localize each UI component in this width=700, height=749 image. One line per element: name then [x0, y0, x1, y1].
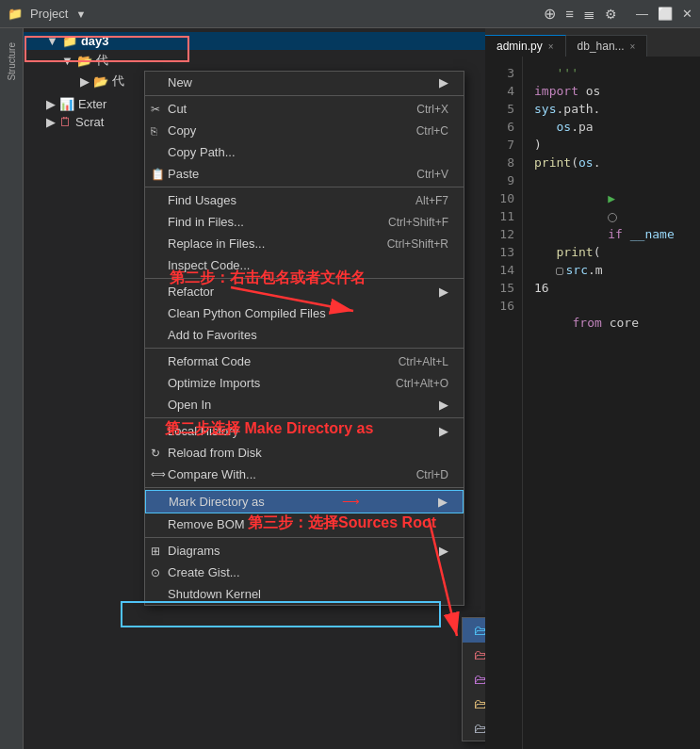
menu-item-favorites[interactable]: Add to Favorites: [145, 324, 464, 346]
cut-shortcut: Ctrl+X: [416, 103, 448, 116]
sources-root-icon: 🗁: [474, 623, 485, 638]
tab-db-han[interactable]: db_han... ×: [566, 35, 648, 57]
submenu-item-resource-root[interactable]: 🗁 Resource Root: [463, 667, 485, 692]
tab-admin-py-label: admin.py: [497, 40, 543, 53]
menu-item-refactor[interactable]: Refactor ▶: [145, 281, 464, 302]
submenu-arrow-history: ▶: [439, 424, 448, 438]
code-line-13: src.m: [534, 261, 689, 279]
editor-tabs: admin.py × db_han... ×: [485, 28, 700, 57]
code-line-3: ''': [534, 64, 689, 82]
diagrams-icon: ⊞: [151, 545, 160, 558]
close-icon[interactable]: ✕: [682, 7, 692, 21]
optimize-shortcut: Ctrl+Alt+O: [396, 377, 448, 390]
menu-item-paste[interactable]: 📋 Paste Ctrl+V: [145, 163, 464, 185]
menu-item-mark-dir[interactable]: Mark Directory as ⟶ ▶: [145, 490, 464, 513]
submenu-item-sources-root[interactable]: 🗁 Sources Root: [463, 618, 485, 643]
code-line-4: import os: [534, 82, 689, 100]
menu-item-clean-python[interactable]: Clean Python Compiled Files: [145, 302, 464, 324]
gist-icon: ⊙: [151, 566, 160, 579]
sync-icon[interactable]: ≡: [565, 6, 574, 22]
submenu-item-namespace[interactable]: 🗁 Namespace Package: [463, 692, 485, 716]
menu-item-cut[interactable]: ✂ Cut Ctrl+X: [145, 98, 464, 120]
excluded-icon: 🗁: [474, 647, 485, 662]
menu-item-local-history[interactable]: Local History ▶: [145, 420, 464, 442]
menu-item-compare-label: Compare With...: [168, 467, 256, 481]
minimize-icon[interactable]: —: [636, 7, 648, 21]
menu-item-optimize[interactable]: Optimize Imports Ctrl+Alt+O: [145, 372, 464, 394]
menu-item-compare[interactable]: ⟺ Compare With... Ctrl+D: [145, 464, 464, 485]
paste-icon: 📋: [151, 168, 165, 181]
tab-db-han-label: db_han...: [578, 40, 625, 53]
main-layout: Structure ▼ 📁 day3 ▼ 📂 代 ▶ 📂 代: [0, 28, 700, 749]
separator6: [145, 487, 464, 488]
menu-item-copy-path-label: Copy Path...: [168, 145, 236, 159]
separator4: [145, 348, 464, 349]
project-label: Project: [30, 7, 68, 21]
top-bar-icons: ⊕ ≡ ≣ ⚙ — ⬜ ✕: [544, 5, 692, 23]
submenu-item-template[interactable]: 🗁 Template Folder: [463, 716, 485, 741]
reformat-shortcut: Ctrl+Alt+L: [399, 355, 448, 368]
maximize-icon[interactable]: ⬜: [658, 7, 673, 21]
menu-item-remove-bom-label: Remove BOM: [168, 517, 245, 531]
tab-db-han-close[interactable]: ×: [630, 41, 636, 52]
paste-shortcut: Ctrl+V: [416, 168, 448, 181]
line-numbers: 3 4 5 6 7 8 9 10 11 12 13 14 15 16: [485, 57, 523, 749]
submenu-arrow-open: ▶: [439, 398, 448, 412]
separator5: [145, 417, 464, 418]
tab-admin-py-close[interactable]: ×: [548, 41, 554, 52]
settings-icon[interactable]: ⚙: [605, 7, 617, 22]
separator2: [145, 187, 464, 187]
code-line-16: 16: [534, 279, 689, 297]
submenu-mark-dir: 🗁 Sources Root 🗁 Excluded 🗁 Resource Roo…: [462, 617, 485, 741]
menu-item-mark-dir-label: Mark Directory as: [169, 495, 265, 509]
menu-item-copy-path[interactable]: Copy Path...: [145, 141, 464, 163]
from-keyword: from core: [573, 316, 639, 330]
menu-item-diagrams[interactable]: ⊞ Diagrams ▶: [145, 540, 464, 562]
compare-shortcut: Ctrl+D: [416, 468, 448, 481]
menu-item-reformat[interactable]: Reformat Code Ctrl+Alt+L: [145, 350, 464, 372]
submenu-arrow-diagrams: ▶: [439, 544, 448, 558]
menu-item-replace-files-label: Replace in Files...: [168, 236, 265, 251]
project-panel: ▼ 📁 day3 ▼ 📂 代 ▶ 📂 代 ▶ 📊 Exter: [24, 28, 485, 749]
menu-item-shutdown[interactable]: Shutdown Kernel: [145, 583, 464, 605]
dropdown-arrow[interactable]: ▼: [75, 8, 86, 20]
reload-icon: ↻: [151, 447, 160, 460]
tab-admin-py[interactable]: admin.py ×: [485, 35, 566, 57]
menu-item-copy[interactable]: ⎘ Copy Ctrl+C: [145, 120, 464, 141]
menu-item-find-usages[interactable]: Find Usages Alt+F7: [145, 189, 464, 211]
code-line-9: print(os.: [534, 154, 689, 171]
find-usages-shortcut: Alt+F7: [415, 194, 448, 207]
menu-item-new[interactable]: New ▶: [145, 72, 464, 93]
find-files-shortcut: Ctrl+Shift+F: [388, 216, 448, 229]
left-strip: Structure: [0, 28, 24, 749]
separator3: [145, 278, 464, 279]
add-icon[interactable]: ⊕: [544, 5, 556, 23]
separator1: [145, 95, 464, 96]
code-content: ''' import os sys.path. os.pa ) print(os…: [523, 57, 700, 749]
menu-item-favorites-label: Add to Favorites: [168, 328, 257, 342]
layout-icon[interactable]: ≣: [583, 6, 595, 23]
submenu-arrow-new: ▶: [439, 75, 448, 90]
menu-item-inspect-label: Inspect Code...: [168, 258, 250, 272]
submenu-item-excluded[interactable]: 🗁 Excluded: [463, 643, 485, 667]
menu-item-remove-bom[interactable]: Remove BOM: [145, 513, 464, 535]
submenu-arrow-refactor: ▶: [439, 285, 448, 299]
cut-icon: ✂: [151, 103, 160, 116]
menu-item-gist[interactable]: ⊙ Create Gist...: [145, 562, 464, 583]
project-icon: 📁: [8, 7, 23, 21]
submenu-arrow-mark: ⟶: [342, 495, 360, 509]
menu-item-reload[interactable]: ↻ Reload from Disk: [145, 442, 464, 464]
code-line-7: ): [534, 136, 689, 154]
menu-item-cut-label: Cut: [168, 102, 187, 116]
menu-item-local-history-label: Local History: [168, 424, 238, 438]
menu-item-find-files[interactable]: Find in Files... Ctrl+Shift+F: [145, 211, 464, 233]
menu-item-open-in[interactable]: Open In ▶: [145, 394, 464, 415]
code-panel: admin.py × db_han... × 3 4 5 6 7 8 9 10 …: [485, 28, 700, 749]
code-line-5: sys.path.: [534, 100, 689, 118]
code-line-11: ▶ if __name: [534, 171, 689, 243]
separator7: [145, 537, 464, 538]
menu-item-inspect[interactable]: Inspect Code...: [145, 254, 464, 276]
menu-item-clean-python-label: Clean Python Compiled Files: [168, 306, 326, 320]
menu-item-replace-files[interactable]: Replace in Files... Ctrl+Shift+R: [145, 233, 464, 254]
submenu-arrow-mark2: ▶: [438, 495, 448, 509]
